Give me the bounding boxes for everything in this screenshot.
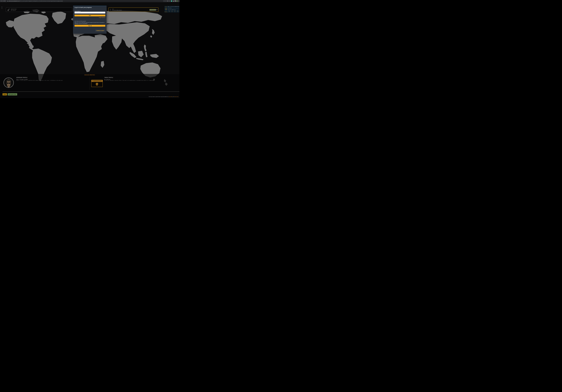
no-account-text: Don't have an SCW account? bbox=[74, 21, 86, 22]
email-label: Email Address bbox=[74, 11, 81, 12]
browser-profile-avatar[interactable]: C bbox=[176, 0, 178, 2]
browser-toolbar: portal.securecodewarrior.com/?utm_source… bbox=[0, 0, 179, 2]
signup-text: Sign up for a free 14-day trial to track… bbox=[74, 22, 105, 24]
back-icon[interactable] bbox=[0, 0, 2, 2]
login-modal: Log in to track your progress Email Addr… bbox=[73, 6, 106, 34]
address-bar[interactable]: portal.securecodewarrior.com/?utm_source… bbox=[6, 0, 163, 2]
bookmark-star-icon[interactable]: ☆ bbox=[169, 0, 170, 2]
share-icon[interactable] bbox=[167, 0, 168, 2]
modal-divider-2 bbox=[73, 28, 106, 28]
sidebar-extension-icon[interactable] bbox=[175, 0, 176, 2]
modal-divider bbox=[73, 19, 106, 20]
lock-icon bbox=[7, 0, 8, 1]
modal-title: Log in to track your progress bbox=[73, 6, 106, 9]
next-button[interactable]: Next bbox=[74, 15, 105, 16]
reload-icon[interactable] bbox=[4, 0, 6, 2]
continue-as-guest-button[interactable]: Continue as guest bbox=[95, 30, 105, 32]
forgot-password-link[interactable]: Forgot Password bbox=[99, 17, 105, 18]
extensions-puzzle-icon[interactable] bbox=[173, 0, 174, 2]
sign-up-button[interactable]: Sign up bbox=[74, 25, 105, 27]
email-input[interactable] bbox=[74, 12, 105, 13]
page-content: + − ! Injection Flaws SQL injection bbox=[0, 2, 179, 98]
page-url: portal.securecodewarrior.com/?utm_source… bbox=[8, 0, 63, 1]
forward-icon[interactable] bbox=[2, 0, 4, 2]
grammarly-extension-icon[interactable]: G bbox=[171, 0, 172, 2]
browser-menu-icon[interactable] bbox=[178, 0, 179, 2]
